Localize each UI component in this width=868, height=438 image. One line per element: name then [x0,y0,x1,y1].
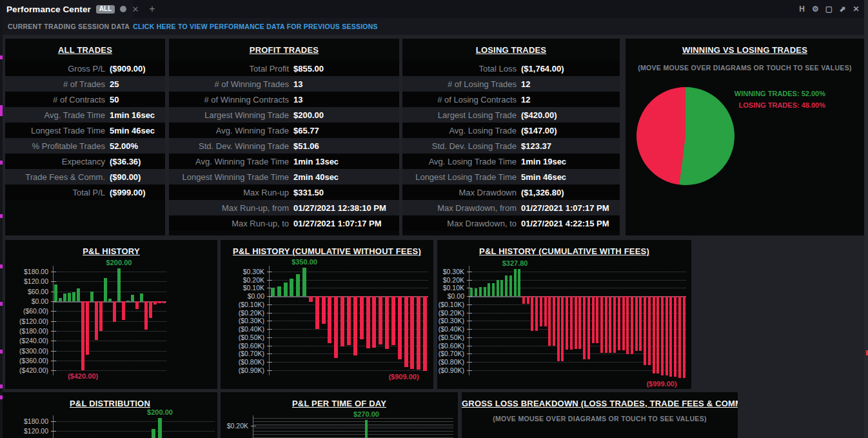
bar[interactable] [500,280,503,297]
bar[interactable] [86,301,89,355]
bar[interactable] [514,269,517,296]
bar[interactable] [284,283,288,296]
bar[interactable] [54,284,57,301]
bar[interactable] [149,301,152,318]
bar[interactable] [557,296,560,361]
settings-gear-icon[interactable]: ⚙ [810,3,821,15]
bar[interactable] [334,296,338,358]
bar[interactable] [163,301,166,303]
bar[interactable] [144,301,148,330]
bar[interactable] [618,296,620,350]
bar[interactable] [488,283,490,296]
bar[interactable] [72,292,75,301]
bar[interactable] [158,418,162,438]
bar[interactable] [135,301,139,310]
bar[interactable] [113,301,116,322]
bar[interactable] [296,274,300,296]
bar[interactable] [353,296,357,355]
bar[interactable] [158,301,161,303]
close-icon[interactable]: ✕ [851,3,862,15]
bar[interactable] [122,301,125,320]
bar[interactable] [522,296,525,304]
bar[interactable] [484,287,486,296]
bar[interactable] [81,301,84,370]
bar[interactable] [492,283,495,296]
bar[interactable] [379,296,382,344]
plot-area[interactable]: $350.00($909.00) [269,266,428,375]
bar[interactable] [661,296,664,375]
bar[interactable] [372,296,376,348]
bar[interactable] [639,296,642,351]
bar[interactable] [592,296,595,343]
bar[interactable] [108,299,112,301]
bar[interactable] [531,296,533,331]
bar[interactable] [566,296,568,350]
plot-area[interactable]: $327.80($999.00) [469,266,686,375]
bar[interactable] [505,275,508,296]
bar[interactable] [540,296,542,326]
bar[interactable] [77,288,80,301]
bar[interactable] [656,296,659,373]
bar[interactable] [600,296,603,353]
bar[interactable] [583,296,586,359]
bar[interactable] [666,296,668,375]
bar[interactable] [90,292,94,301]
bar[interactable] [126,301,130,302]
bar[interactable] [479,287,482,296]
tab-performance-center[interactable]: Performance Center ALL [0,0,133,18]
previous-sessions-link[interactable]: CLICK HERE TO VIEW PERFORMANCE DATA FOR … [133,23,378,30]
bar[interactable] [95,301,98,340]
h-button[interactable]: H [796,3,807,15]
bar[interactable] [570,296,573,350]
popout-icon[interactable]: ⬈ [837,3,848,15]
new-tab-button[interactable]: + [144,0,160,18]
bar[interactable] [613,296,616,353]
bar[interactable] [68,293,71,301]
bar[interactable] [340,296,344,346]
bar[interactable] [548,296,551,346]
bar[interactable] [271,288,275,296]
tab-close-icon[interactable]: ✕ [128,0,143,18]
bar[interactable] [544,296,547,326]
bar[interactable] [385,296,389,348]
bar[interactable] [653,296,655,373]
winning-losing-pie-chart[interactable] [636,87,735,185]
plot-area[interactable]: $200.00($420.00) [53,266,166,375]
bar[interactable] [290,279,293,296]
bar[interactable] [648,296,651,365]
bar[interactable] [410,296,414,369]
bar[interactable] [596,296,598,343]
bar[interactable] [678,296,681,378]
bar[interactable] [391,296,395,345]
bar[interactable] [366,296,370,348]
bar[interactable] [59,298,62,301]
bar[interactable] [535,296,538,331]
bar[interactable] [669,296,672,377]
restore-window-icon[interactable]: ▢ [824,3,834,15]
instrument-badge[interactable]: ALL [96,5,115,14]
bar[interactable] [587,296,590,359]
bar[interactable] [683,296,686,378]
plot-area[interactable]: $200.00 [53,415,215,438]
bar[interactable] [404,296,408,367]
plot-area[interactable]: $270.00 [253,415,453,438]
bar[interactable] [99,301,103,332]
bar[interactable] [423,296,427,371]
bar[interactable] [315,296,319,328]
bar[interactable] [626,296,629,354]
bar[interactable] [578,296,581,349]
bar[interactable] [609,296,611,353]
bar[interactable] [644,296,646,365]
bar[interactable] [309,296,313,302]
bar[interactable] [302,268,306,296]
bar[interactable] [622,296,625,350]
bar[interactable] [635,296,638,351]
bar[interactable] [153,301,157,304]
bar[interactable] [322,296,326,324]
bar[interactable] [497,280,499,297]
bar[interactable] [398,296,402,359]
bar[interactable] [631,296,633,354]
bar[interactable] [277,286,281,296]
bar[interactable] [605,296,607,353]
bar[interactable] [509,275,512,296]
